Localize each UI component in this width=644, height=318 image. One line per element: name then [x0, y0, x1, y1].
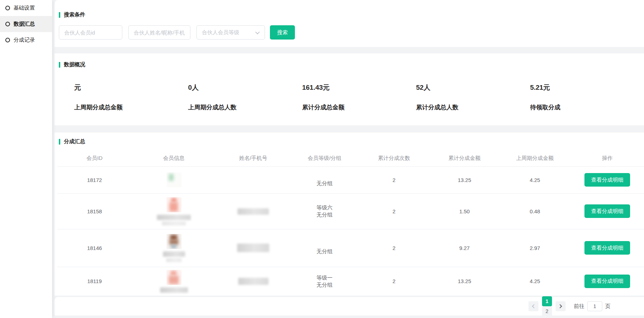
stat-total-people: 52人 累计分成总人数	[416, 83, 530, 111]
name-phone-cell	[216, 193, 291, 229]
table-column-header: 会员信息	[132, 151, 216, 166]
share-total-cell: 1.50	[430, 193, 499, 229]
section-title-text: 数据概况	[64, 61, 85, 68]
view-share-detail-button[interactable]: 查看分成明细	[584, 275, 630, 288]
section-accent-bar	[59, 62, 60, 68]
chevron-right-icon	[558, 304, 562, 308]
chevron-down-icon	[255, 30, 260, 34]
action-cell: 查看分成明细	[571, 193, 644, 229]
search-panel: 搜索条件 合伙人会员等级 搜索	[55, 0, 644, 47]
member-avatar	[167, 197, 182, 212]
member-level: 等级一	[291, 274, 358, 281]
stat-last-period-people: 0人 上周期分成总人数	[188, 83, 302, 111]
share-summary-panel: 分成汇总 会员ID会员信息姓名/手机号会员等级/分组累计分成次数累计分成金额上周…	[55, 132, 644, 296]
stat-label: 上周期分成总人数	[188, 103, 302, 111]
member-id-cell: 18146	[57, 229, 132, 267]
share-total-cell: 13.25	[430, 166, 499, 193]
level-group-cell: 等级六无分组	[291, 193, 358, 229]
member-group: 无分组	[291, 211, 358, 218]
stat-value: 161.43元	[302, 83, 416, 92]
goto-page: 前往 页	[574, 301, 610, 311]
share-last-period-cell: 4.25	[499, 267, 571, 296]
blurred-nickname	[160, 287, 188, 293]
member-name-input[interactable]	[128, 25, 190, 40]
view-share-detail-button[interactable]: 查看分成明细	[584, 204, 630, 218]
sidebar-item-label: 分成记录	[14, 37, 35, 43]
sidebar-item-data-summary[interactable]: 数据汇总	[0, 16, 52, 32]
member-id-cell: 18158	[57, 193, 132, 229]
member-id-cell: 18119	[57, 267, 132, 296]
table-row: 18172无分组213.254.25查看分成明细	[57, 166, 644, 193]
share-times-cell: 2	[358, 166, 430, 193]
blurred-nickname	[163, 251, 185, 257]
sidebar-item-share-records[interactable]: 分成记录	[0, 32, 52, 48]
view-share-detail-button[interactable]: 查看分成明细	[584, 241, 630, 255]
pagination-panel: 12 前往 页	[55, 297, 644, 316]
next-page-button[interactable]	[556, 301, 566, 311]
goto-suffix-label: 页	[605, 303, 610, 310]
member-info-cell	[132, 229, 216, 267]
member-avatar	[167, 172, 182, 187]
member-id-input[interactable]	[59, 25, 122, 40]
table-column-header: 累计分成次数	[358, 151, 430, 166]
stat-total-amount: 161.43元 累计分成总金额	[302, 83, 416, 111]
stat-pending-amount: 5.21元 待领取分成	[530, 83, 644, 111]
name-phone-cell	[216, 166, 291, 193]
section-accent-bar	[59, 12, 60, 18]
stat-value: 0人	[188, 83, 302, 92]
table-row: 18119等级一无分组213.254.25查看分成明细	[57, 267, 644, 296]
chevron-left-icon	[532, 304, 536, 308]
blurred-nickname-secondary	[166, 258, 182, 262]
pagination: 12 前往 页	[527, 296, 610, 316]
action-cell: 查看分成明细	[571, 267, 644, 296]
page-button-2[interactable]: 2	[542, 306, 552, 316]
search-section-title: 搜索条件	[59, 11, 644, 18]
table-column-header: 姓名/手机号	[216, 151, 291, 166]
stat-label: 累计分成总金额	[302, 103, 416, 111]
search-button[interactable]: 搜索	[270, 25, 295, 40]
blurred-nickname-secondary	[162, 221, 186, 225]
goto-page-input[interactable]	[587, 301, 602, 311]
share-total-cell: 9.27	[430, 229, 499, 267]
page-button-1[interactable]: 1	[542, 296, 552, 306]
level-group-cell: 无分组	[291, 229, 358, 267]
sidebar: 基础设置 数据汇总 分成记录	[0, 0, 52, 318]
section-title-text: 搜索条件	[64, 11, 85, 18]
level-group-cell: 等级一无分组	[291, 267, 358, 296]
sidebar-item-label: 基础设置	[14, 5, 35, 11]
stat-label: 待领取分成	[530, 103, 644, 111]
member-info-cell	[132, 267, 216, 296]
prev-page-button[interactable]	[528, 301, 538, 311]
level-group-cell: 无分组	[291, 166, 358, 193]
overview-panel: 数据概况 元 上周期分成总金额 0人 上周期分成总人数 161.43元 累计分成…	[55, 53, 644, 125]
member-level: 等级六	[291, 204, 358, 211]
member-level-select[interactable]: 合伙人会员等级	[196, 25, 265, 40]
member-group: 无分组	[291, 281, 358, 288]
circle-icon	[5, 38, 10, 42]
blurred-name-phone	[237, 208, 269, 215]
member-avatar	[167, 234, 182, 249]
name-phone-cell	[216, 267, 291, 296]
view-share-detail-button[interactable]: 查看分成明细	[584, 173, 630, 187]
sidebar-item-label: 数据汇总	[14, 21, 35, 27]
circle-icon	[5, 6, 10, 10]
table-row: 18158等级六无分组21.500.48查看分成明细	[57, 193, 644, 229]
stat-value: 元	[74, 83, 188, 92]
share-times-cell: 2	[358, 229, 430, 267]
table-row: 18146无分组29.272.97查看分成明细	[57, 229, 644, 267]
share-times-cell: 2	[358, 193, 430, 229]
share-total-cell: 13.25	[430, 267, 499, 296]
blurred-name-phone	[237, 244, 269, 252]
sidebar-item-basic-settings[interactable]: 基础设置	[0, 0, 52, 16]
table-column-header: 操作	[571, 151, 644, 166]
select-placeholder: 合伙人会员等级	[202, 29, 239, 36]
stat-value: 52人	[416, 83, 530, 92]
member-group: 无分组	[291, 248, 358, 255]
table-header-row: 会员ID会员信息姓名/手机号会员等级/分组累计分成次数累计分成金额上周期分成金额…	[57, 151, 644, 166]
blurred-name-phone	[238, 278, 269, 285]
action-cell: 查看分成明细	[571, 166, 644, 193]
table-column-header: 上周期分成金额	[499, 151, 571, 166]
section-title-text: 分成汇总	[64, 138, 85, 145]
member-id-cell: 18172	[57, 166, 132, 193]
share-last-period-cell: 2.97	[499, 229, 571, 267]
